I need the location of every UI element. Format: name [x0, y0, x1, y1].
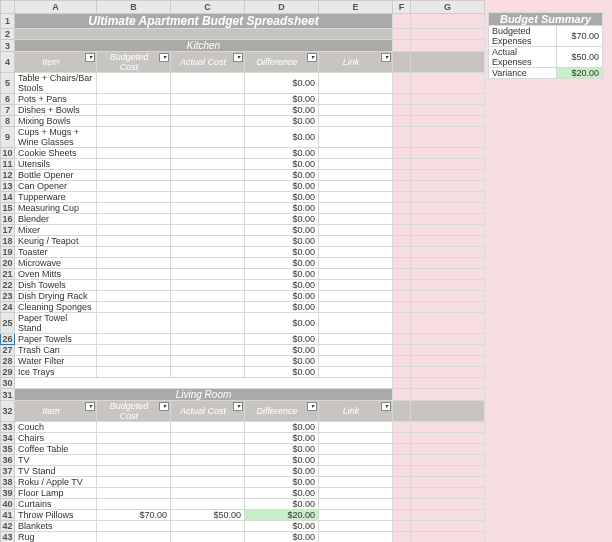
cell[interactable] [393, 52, 411, 73]
filter-header[interactable]: Actual Cost▾ [171, 52, 245, 73]
row-header-33[interactable]: 33 [1, 422, 15, 433]
data-row[interactable]: 21Oven Mitts$0.00 [1, 269, 485, 280]
cell-link[interactable] [319, 499, 393, 510]
cell[interactable] [411, 247, 485, 258]
row-header-19[interactable]: 19 [1, 247, 15, 258]
cell-diff[interactable]: $0.00 [245, 477, 319, 488]
cell[interactable] [411, 378, 485, 389]
cell-diff[interactable]: $0.00 [245, 116, 319, 127]
cell[interactable] [393, 466, 411, 477]
cell-link[interactable] [319, 127, 393, 148]
cell-budget[interactable] [97, 455, 171, 466]
cell-link[interactable] [319, 455, 393, 466]
cell[interactable] [393, 378, 411, 389]
cell-actual[interactable] [171, 466, 245, 477]
filter-header[interactable]: Budgeted Cost▾ [97, 401, 171, 422]
cell-actual[interactable] [171, 291, 245, 302]
row-header-26[interactable]: 26 [1, 334, 15, 345]
col-header-E[interactable]: E [319, 1, 393, 14]
data-row[interactable]: 9Cups + Mugs + Wine Glasses$0.00 [1, 127, 485, 148]
row-header-29[interactable]: 29 [1, 367, 15, 378]
main-grid[interactable]: ABCDEFG1Ultimate Apartment Budget Spread… [0, 0, 485, 542]
cell-link[interactable] [319, 532, 393, 543]
cell[interactable] [393, 291, 411, 302]
filter-header[interactable]: Link▾ [319, 401, 393, 422]
cell-diff[interactable]: $0.00 [245, 367, 319, 378]
data-row[interactable]: 35Coffee Table$0.00 [1, 444, 485, 455]
filter-dropdown-icon[interactable]: ▾ [85, 402, 95, 411]
cell-diff[interactable]: $20.00 [245, 510, 319, 521]
cell-actual[interactable] [171, 73, 245, 94]
cell-budget[interactable] [97, 269, 171, 280]
filter-dropdown-icon[interactable]: ▾ [307, 53, 317, 62]
cell-diff[interactable]: $0.00 [245, 455, 319, 466]
cell[interactable] [411, 521, 485, 532]
cell[interactable] [393, 236, 411, 247]
cell-link[interactable] [319, 225, 393, 236]
cell-item[interactable]: Paper Towels [15, 334, 97, 345]
cell-item[interactable]: Roku / Apple TV [15, 477, 97, 488]
data-row[interactable]: 12Bottle Opener$0.00 [1, 170, 485, 181]
filter-header[interactable]: Link▾ [319, 52, 393, 73]
data-row[interactable]: 42Blankets$0.00 [1, 521, 485, 532]
cell-link[interactable] [319, 105, 393, 116]
col-header-G[interactable]: G [411, 1, 485, 14]
cell-diff[interactable]: $0.00 [245, 148, 319, 159]
cell[interactable] [411, 401, 485, 422]
cell[interactable] [393, 356, 411, 367]
cell-actual[interactable] [171, 105, 245, 116]
cell-actual[interactable] [171, 488, 245, 499]
cell-link[interactable] [319, 94, 393, 105]
cell-actual[interactable] [171, 302, 245, 313]
cell[interactable] [411, 94, 485, 105]
cell-item[interactable]: Throw Pillows [15, 510, 97, 521]
cell-link[interactable] [319, 488, 393, 499]
cell-budget[interactable] [97, 159, 171, 170]
row-header-4[interactable]: 4 [1, 52, 15, 73]
cell-budget[interactable] [97, 356, 171, 367]
data-row[interactable]: 17Mixer$0.00 [1, 225, 485, 236]
cell[interactable] [411, 236, 485, 247]
cell-item[interactable]: Mixing Bowls [15, 116, 97, 127]
cell-item[interactable]: Paper Towel Stand [15, 313, 97, 334]
cell[interactable] [393, 499, 411, 510]
cell-link[interactable] [319, 181, 393, 192]
row-header-30[interactable]: 30 [1, 378, 15, 389]
cell-item[interactable]: Dish Towels [15, 280, 97, 291]
cell-item[interactable]: Blankets [15, 521, 97, 532]
cell[interactable] [411, 116, 485, 127]
cell-actual[interactable] [171, 521, 245, 532]
col-header-B[interactable]: B [97, 1, 171, 14]
data-row[interactable]: 18Keurig / Teapot$0.00 [1, 236, 485, 247]
cell[interactable] [393, 455, 411, 466]
row-header-2[interactable]: 2 [1, 29, 15, 40]
cell[interactable] [411, 345, 485, 356]
cell-actual[interactable] [171, 192, 245, 203]
cell-link[interactable] [319, 521, 393, 532]
row-header-1[interactable]: 1 [1, 14, 15, 29]
cell-budget[interactable] [97, 313, 171, 334]
cell[interactable] [393, 29, 411, 40]
cell-diff[interactable]: $0.00 [245, 247, 319, 258]
cell-budget[interactable] [97, 181, 171, 192]
row-header-16[interactable]: 16 [1, 214, 15, 225]
cell-budget[interactable] [97, 367, 171, 378]
cell-link[interactable] [319, 291, 393, 302]
cell[interactable] [393, 401, 411, 422]
cell[interactable] [393, 302, 411, 313]
data-row[interactable]: 34Chairs$0.00 [1, 433, 485, 444]
cell-budget[interactable] [97, 203, 171, 214]
cell-diff[interactable]: $0.00 [245, 313, 319, 334]
cell-budget[interactable] [97, 127, 171, 148]
cell-diff[interactable]: $0.00 [245, 433, 319, 444]
cell-actual[interactable]: $50.00 [171, 510, 245, 521]
cell[interactable] [411, 466, 485, 477]
cell[interactable] [411, 291, 485, 302]
data-row[interactable]: 11Utensils$0.00 [1, 159, 485, 170]
cell-budget[interactable] [97, 345, 171, 356]
cell-link[interactable] [319, 422, 393, 433]
cell-diff[interactable]: $0.00 [245, 73, 319, 94]
cell[interactable] [393, 159, 411, 170]
data-row[interactable]: 37TV Stand$0.00 [1, 466, 485, 477]
cell-actual[interactable] [171, 94, 245, 105]
